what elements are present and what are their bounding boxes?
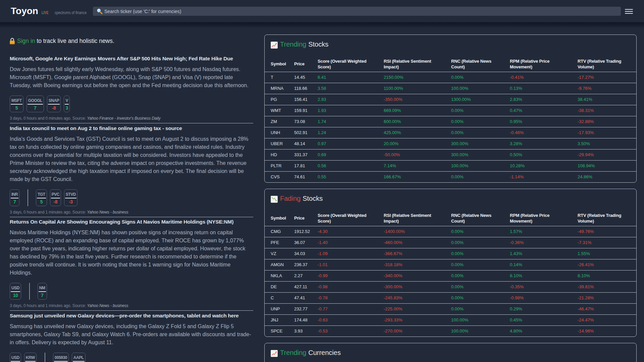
- cell-rtv: -32.88%: [578, 116, 636, 127]
- table-row-PLTR[interactable]: PLTR17.810.567.14%100.00%10.28%108.94%: [265, 160, 636, 171]
- ticker-chip-V[interactable]: V3: [64, 96, 70, 112]
- table-row-MRNA[interactable]: MRNA118.663.581100.00%100.00%0.13%-9.76%: [265, 83, 636, 94]
- news-title[interactable]: Returns On Capital Are Showing Encouragi…: [10, 218, 253, 225]
- cell-rtv: -21.28%: [578, 292, 636, 303]
- ticker-chip-USD[interactable]: USD10: [10, 283, 21, 300]
- cell-symbol: HD: [265, 149, 294, 160]
- ticker-chip-KRW[interactable]: KRW: [24, 353, 37, 362]
- stocks-table: SymbolPriceScore (Overall WeightedScore)…: [265, 202, 636, 337]
- search-bar[interactable]: [93, 7, 621, 16]
- chip-divider-line: [48, 104, 60, 105]
- cell-score: -1.09: [318, 248, 384, 259]
- brand: Toyon LIVE spectrums of finance: [11, 6, 92, 16]
- news-item: Returns On Capital Are Showing Encouragi…: [10, 217, 253, 311]
- table-body: CMG1912.52-4.30-1400.00%0.00%1.57%-49.76…: [265, 226, 636, 337]
- cell-rnc: 0.00%: [451, 248, 510, 259]
- ticker-chip-AAPL[interactable]: AAPL: [72, 353, 86, 362]
- news-title[interactable]: Samsung just unveiled new Galaxy devices…: [10, 312, 253, 319]
- chip-ticker-label: SNAP: [49, 99, 59, 103]
- chip-ticker-label: AAPL: [73, 356, 84, 360]
- cell-score: 1.74: [318, 116, 384, 127]
- cell-rsi: -225.00%: [384, 303, 451, 314]
- news-meta: 3 days, 0 hours and 0 minutes ago. Sourc…: [10, 116, 253, 121]
- ticker-chip-SNAP[interactable]: SNAP-8: [47, 96, 61, 112]
- table-row-CVS[interactable]: CVS74.610.55166.67%0.00%-1.14%24.86%: [265, 171, 636, 182]
- cell-rtv: 108.94%: [578, 160, 636, 171]
- chip-divider-line: [65, 104, 69, 105]
- ticker-chip-USD[interactable]: USD: [10, 353, 21, 362]
- search-input[interactable]: [103, 7, 621, 16]
- table-row-WMT[interactable]: WMT159.911.93669.09%0.00%0.47%-38.31%: [265, 105, 636, 116]
- ticker-chip-INR[interactable]: INR7: [10, 189, 19, 206]
- chip-divider-line: [11, 104, 22, 105]
- main-content: Sign in to track live and holistic news.…: [0, 28, 644, 362]
- cell-rsi: -460.00%: [384, 237, 451, 248]
- cell-price: 74.61: [294, 171, 318, 182]
- table-row-NKLA[interactable]: NKLA2.27-0.99-340.00%0.00%8.10%8.10%: [265, 270, 636, 281]
- app-logo[interactable]: Toyon: [11, 6, 38, 16]
- table-row-VZ[interactable]: VZ34.03-1.09-366.67%0.00%1.43%1.55%: [265, 248, 636, 259]
- ticker-chip-GOOGL[interactable]: GOOGL7: [26, 96, 44, 112]
- cell-rpm: -0.35%: [510, 281, 578, 292]
- cell-rpm: 4.80%: [510, 325, 578, 337]
- cell-rnc: 0.00%: [451, 105, 510, 116]
- cell-rnc: 0.00%: [451, 270, 510, 281]
- news-body: India's Goods and Services Tax (GST) Cou…: [10, 135, 253, 183]
- cell-rpm: 0.47%: [510, 105, 578, 116]
- cell-rtv: -29.94%: [578, 149, 636, 160]
- chip-ticker-label: KRW: [26, 356, 35, 360]
- ticker-chip-STVD[interactable]: STVD-3: [64, 189, 77, 206]
- cell-rpm: -0.98%: [510, 292, 578, 303]
- cell-symbol: NKLA: [265, 270, 294, 281]
- cell-rnc: 0.00%: [451, 292, 510, 303]
- cell-rsi: -245.83%: [384, 292, 451, 303]
- column-header: RNC (Relative NewsCount): [451, 48, 510, 72]
- cell-rsi: -350.00%: [384, 94, 451, 105]
- table-row-AMGN[interactable]: AMGN236.37-1.01-318.18%0.00%0.14%-26.41%: [265, 259, 636, 270]
- ticker-chip-MSFT[interactable]: MSFT5: [10, 96, 23, 112]
- cell-price: 34.03: [294, 248, 318, 259]
- table-row-JNJ[interactable]: JNJ174.48-0.63-293.33%100.00%0.45%-24.47…: [265, 314, 636, 325]
- chip-sentiment-value: 7: [11, 199, 18, 204]
- table-row-ZM[interactable]: ZM73.081.74600.00%0.00%0.95%-32.88%: [265, 116, 636, 127]
- table-row-T[interactable]: T14.456.412150.00%0.00%-0.41%-17.27%: [265, 72, 636, 83]
- table-row-SPCE[interactable]: SPCE3.93-0.53-270.00%100.00%4.80%-14.96%: [265, 325, 636, 337]
- table-row-CMG[interactable]: CMG1912.52-4.30-1400.00%0.00%1.57%-49.76…: [265, 226, 636, 237]
- card-title-accent: Trending: [280, 349, 306, 357]
- table-row-UNP[interactable]: UNP232.77-0.77-225.00%0.00%0.29%-46.47%: [265, 303, 636, 314]
- live-badge-left: LI: [42, 10, 44, 15]
- cell-symbol: C: [265, 292, 294, 303]
- card-title: TrendingCurrencies: [265, 343, 636, 357]
- table-row-UNH[interactable]: UNH502.911.24425.00%0.00%-0.46%-17.93%: [265, 127, 636, 138]
- ticker-chip-005930[interactable]: 005930: [53, 353, 69, 362]
- news-title[interactable]: Microsoft, Google Are Key Earnings Mover…: [10, 55, 253, 62]
- news-meta: 3 days, 0 hours and 1 minutes ago. Sourc…: [10, 303, 253, 308]
- cell-rtv: -7.31%: [578, 237, 636, 248]
- cell-rpm: -1.14%: [510, 171, 578, 182]
- signin-link[interactable]: Sign in: [17, 38, 35, 44]
- cell-score: 3.58: [318, 83, 384, 94]
- table-row-DE[interactable]: DE427.11-0.98-300.00%0.00%-0.35%-39.81%: [265, 281, 636, 292]
- table-row-C[interactable]: C47.41-0.78-245.83%0.00%-0.98%-21.28%: [265, 292, 636, 303]
- table-row-UBER[interactable]: UBER48.140.9720.00%300.00%3.28%3.50%: [265, 138, 636, 149]
- cell-score: 0.69: [318, 149, 384, 160]
- menu-icon-bar: [625, 13, 633, 14]
- table-row-PG[interactable]: PG156.412.93-350.00%1300.00%2.83%38.41%: [265, 94, 636, 105]
- cell-symbol: CMG: [265, 226, 294, 237]
- news-list: Microsoft, Google Are Key Earnings Mover…: [10, 55, 253, 362]
- news-item: Samsung just unveiled new Galaxy devices…: [10, 311, 253, 362]
- chip-divider-line: [65, 198, 76, 198]
- ticker-chip-NM[interactable]: NM7: [38, 283, 47, 300]
- column-header: RPM (Relative PriceMovement): [510, 48, 578, 72]
- column-header: Score (Overall WeightedScore): [318, 48, 384, 72]
- cell-rsi: 425.00%: [384, 127, 451, 138]
- news-title[interactable]: India tax council to meet on Aug 2 to fi…: [10, 125, 253, 132]
- table-row-HD[interactable]: HD331.370.69-50.00%300.00%0.50%-29.94%: [265, 149, 636, 160]
- table-row-PFE[interactable]: PFE36.07-1.40-460.00%0.00%-0.36%-7.31%: [265, 237, 636, 248]
- menu-icon[interactable]: [625, 9, 633, 14]
- column-header: RTV (Relative TradingVolume): [578, 202, 636, 226]
- ticker-chip-PVC[interactable]: PVC-8: [50, 189, 61, 206]
- ticker-chip-TGT[interactable]: TGT5: [36, 189, 47, 206]
- table-header-row: SymbolPriceScore (Overall WeightedScore)…: [265, 48, 636, 72]
- cell-rpm: 1.43%: [510, 248, 578, 259]
